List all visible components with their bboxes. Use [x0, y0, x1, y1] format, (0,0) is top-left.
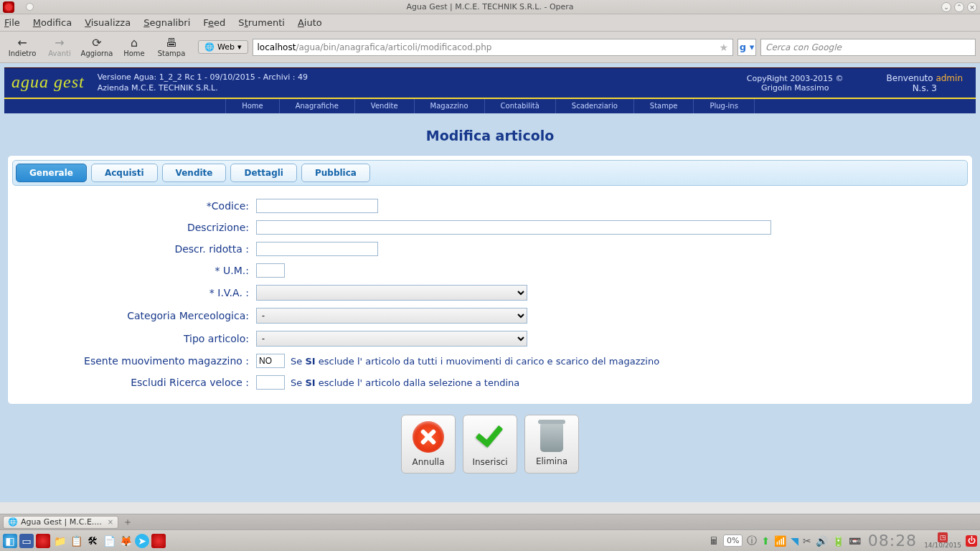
tray-icon[interactable]: ⓘ [747, 534, 757, 547]
search-input[interactable]: Cerca con Google [760, 39, 976, 56]
insert-button[interactable]: Inserisci [463, 415, 517, 474]
taskbar-icon[interactable]: 🛠 [85, 534, 100, 548]
label-codice: *Codice: [19, 200, 256, 212]
opera-icon [3, 1, 14, 13]
app-header: agua gest Versione Agua: 1_2_2 Rc 1 - 09… [4, 67, 976, 98]
browser-tab[interactable]: 🌐 Agua Gest | M.C.E.... × [3, 516, 118, 529]
tray-icon[interactable]: 🔋 [832, 535, 844, 547]
google-search-icon[interactable]: g ▾ [738, 39, 756, 56]
help-escludi: Se SI esclude l' articolo dalla selezion… [291, 377, 519, 388]
maximize-button[interactable]: ⌃ [954, 2, 964, 12]
nav-home[interactable]: Home [225, 99, 280, 113]
label-descr-ridotta: Descr. ridotta : [19, 243, 256, 255]
select-tipo[interactable]: - [256, 331, 527, 347]
nav-plugins[interactable]: Plug-ins [694, 99, 754, 113]
form-panel: Generale Acquisti Vendite Dettagli Pubbl… [7, 155, 973, 405]
input-um[interactable] [256, 263, 285, 278]
tab-vendite[interactable]: Vendite [162, 164, 227, 182]
input-escludi[interactable] [256, 375, 285, 390]
volume-icon[interactable]: 🔊 [816, 535, 828, 547]
cancel-button[interactable]: Annulla [401, 415, 456, 474]
nav-scadenziario[interactable]: Scadenziario [556, 99, 634, 113]
label-categoria: Categoria Merceologica: [19, 310, 256, 321]
tray-icon[interactable]: 🖩 [709, 535, 719, 547]
action-buttons: Annulla Inserisci Elimina [4, 415, 976, 474]
label-tipo: Tipo articolo: [19, 333, 256, 344]
welcome-box: Benvenuto admin N.s. 3 [887, 73, 976, 93]
tab-close-icon[interactable]: × [108, 518, 113, 526]
menu-file[interactable]: File [4, 17, 20, 28]
browser-menubar: File Modifica Visualizza Segnalibri Feed… [0, 14, 980, 32]
tray-corner-icon[interactable]: ◳ [938, 532, 948, 542]
nav-vendite[interactable]: Vendite [355, 99, 415, 113]
date: 14/10/2015 [924, 542, 961, 549]
app-logo: agua gest [4, 72, 98, 93]
input-descrizione[interactable] [256, 220, 771, 235]
app-info: Versione Agua: 1_2_2 Rc 1 - 09/10/2015 -… [98, 72, 308, 93]
label-descrizione: Descrizione: [19, 222, 256, 233]
browser-tab-label: Agua Gest | M.C.E.... [21, 517, 102, 527]
bookmark-star-icon[interactable]: ★ [719, 42, 728, 53]
menu-aiuto[interactable]: Aiuto [298, 17, 322, 28]
clock[interactable]: 08:28 [868, 532, 917, 550]
print-button[interactable]: 🖶Stampa [154, 33, 189, 62]
taskbar-icon[interactable]: 📁 [52, 534, 67, 548]
home-button[interactable]: ⌂Home [116, 33, 152, 62]
nav-contabilita[interactable]: Contabilità [485, 99, 556, 113]
current-user: admin [936, 73, 963, 83]
opera-icon[interactable] [151, 534, 166, 548]
menu-strumenti[interactable]: Strumenti [238, 17, 285, 28]
reload-button[interactable]: ⟳Aggiorna [79, 33, 115, 62]
forward-button[interactable]: →Avanti [42, 33, 77, 62]
close-button[interactable]: × [967, 2, 977, 12]
tray-icon[interactable]: 📼 [849, 535, 861, 547]
tab-acquisti[interactable]: Acquisti [91, 164, 158, 182]
cancel-icon [413, 421, 444, 453]
wifi-icon[interactable]: 📶 [774, 535, 786, 547]
nav-stampe[interactable]: Stampe [634, 99, 694, 113]
delete-button[interactable]: Elimina [524, 415, 579, 474]
nav-anagrafiche[interactable]: Anagrafiche [280, 99, 355, 113]
taskbar-icon[interactable]: 📄 [102, 534, 116, 548]
url-host: localhost [258, 42, 296, 52]
firefox-icon[interactable]: 🦊 [118, 534, 133, 548]
tray-icon[interactable]: ◥ [791, 535, 798, 547]
tab-pubblica[interactable]: Pubblica [301, 164, 370, 182]
menu-visualizza[interactable]: Visualizza [85, 17, 131, 28]
tray-icon[interactable]: ✂ [803, 535, 811, 547]
nav-magazzino[interactable]: Magazzino [415, 99, 485, 113]
select-categoria[interactable]: - [256, 308, 527, 324]
minimize-button[interactable]: ⌄ [941, 2, 951, 12]
tray-icon[interactable]: ⬆ [761, 535, 770, 547]
tab-dettagli[interactable]: Dettagli [230, 164, 297, 182]
window-title: Agua Gest | M.C.E. TECHNIK S.R.L. - Oper… [406, 2, 573, 11]
favicon-icon: 🌐 [8, 517, 18, 527]
address-bar[interactable]: localhost/agua/bin/anagrafica/articoli/m… [253, 39, 733, 56]
new-tab-button[interactable]: ＋ [123, 516, 133, 529]
label-escludi: Escludi Ricerca veloce : [19, 377, 256, 388]
back-button[interactable]: ←Indietro [4, 33, 40, 62]
start-button[interactable]: ◧ [3, 534, 17, 548]
menu-modifica[interactable]: Modifica [33, 17, 72, 28]
os-taskbar: ◧ ▭ 📁 📋 🛠 📄 🦊 ➤ 🖩 0% ⓘ ⬆ 📶 ◥ ✂ 🔊 🔋 📼 08:… [0, 529, 980, 551]
trash-icon [540, 423, 563, 452]
input-descr-ridotta[interactable] [256, 242, 378, 256]
tab-generale[interactable]: Generale [16, 164, 87, 182]
select-iva[interactable] [256, 285, 527, 301]
menu-feed[interactable]: Feed [203, 17, 225, 28]
taskbar-app-icon[interactable]: ▭ [19, 534, 34, 548]
tab-bar: Generale Acquisti Vendite Dettagli Pubbl… [12, 160, 968, 186]
menu-segnalibri[interactable]: Segnalibri [143, 17, 190, 28]
app-nav: Home Anagrafiche Vendite Magazzino Conta… [4, 98, 976, 113]
battery-indicator[interactable]: 0% [723, 534, 743, 547]
power-icon[interactable]: ⏻ [966, 535, 977, 547]
taskbar-icon[interactable]: 📋 [69, 534, 83, 548]
label-um: * U.M.: [19, 265, 256, 276]
label-iva: * I.V.A. : [19, 287, 256, 298]
opera-taskbar-icon[interactable] [36, 534, 50, 548]
telegram-icon[interactable]: ➤ [135, 534, 149, 548]
page-title: Modifica articolo [4, 128, 976, 143]
input-codice[interactable] [256, 199, 378, 213]
web-chip[interactable]: Web ▾ [198, 40, 248, 54]
input-esente[interactable] [256, 354, 285, 368]
